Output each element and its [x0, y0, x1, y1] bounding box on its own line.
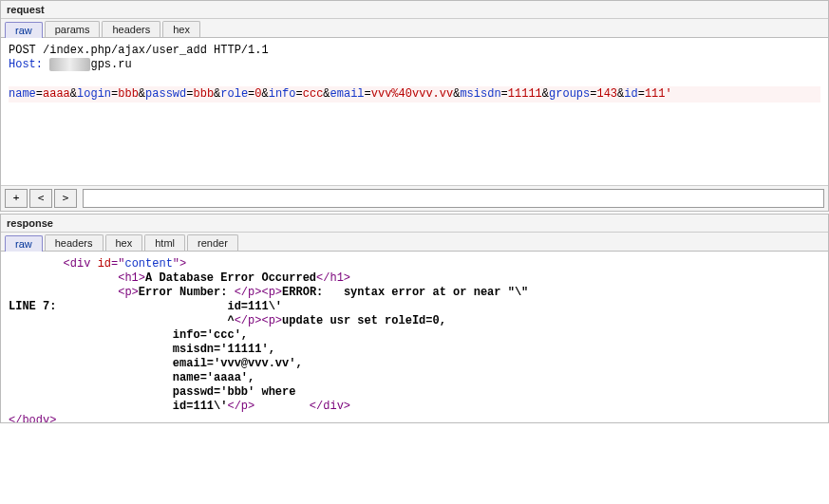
request-tabs: raw params headers hex — [1, 19, 828, 38]
request-title: request — [1, 1, 828, 19]
prev-match-button[interactable]: < — [29, 189, 52, 208]
param-name: passwd — [145, 87, 186, 101]
request-raw-content[interactable]: POST /index.php/ajax/user_add HTTP/1.1 H… — [1, 38, 828, 185]
param-val: bbb — [193, 87, 214, 101]
tag-p-open: <p> — [261, 286, 282, 299]
pad — [9, 328, 173, 342]
tag-div-open: <div — [64, 257, 98, 271]
tab-render[interactable]: render — [187, 234, 238, 251]
tag-eq: =" — [111, 257, 124, 271]
add-match-button[interactable]: + — [5, 189, 28, 208]
tag-div-close: </div> — [310, 400, 350, 413]
tab-hex[interactable]: hex — [105, 234, 143, 251]
param-val: aaaa — [43, 87, 70, 101]
request-panel: request raw params headers hex POST /ind… — [0, 0, 829, 212]
param-name: email — [330, 87, 365, 101]
param-val: 111' — [645, 87, 672, 101]
request-body: name=aaaa&login=bbb&passwd=bbb&role=0&in… — [9, 86, 820, 103]
sql-name: name='aaaa', — [173, 371, 254, 384]
tag-p-open: <p> — [261, 314, 282, 327]
line7-label: LINE 7: — [9, 300, 56, 313]
http-method: POST — [9, 44, 36, 57]
pad — [9, 357, 173, 370]
response-title: response — [1, 215, 828, 233]
search-input[interactable] — [83, 189, 824, 208]
response-raw-content[interactable]: <div id="content"> <h1>A Database Error … — [1, 252, 828, 422]
tab-raw[interactable]: raw — [5, 235, 43, 252]
http-path: /index.php/ajax/user_add — [43, 44, 207, 57]
param-name: groups — [549, 87, 590, 101]
pad — [9, 385, 173, 399]
next-match-button[interactable]: > — [54, 189, 77, 208]
caret: ^ — [227, 314, 234, 327]
param-name: id — [624, 87, 637, 101]
param-name: msisdn — [460, 87, 500, 101]
tag-p-close: </p> — [227, 400, 254, 413]
err-msg2: id=111\' — [227, 300, 282, 313]
sql-passwd: passwd='bbb' where — [173, 385, 296, 399]
tag-h1-open: <h1> — [118, 271, 145, 285]
attr-val: content — [124, 257, 172, 271]
sql-update: update usr set roleId=0, — [282, 314, 446, 327]
tag-body-close: </body> — [9, 414, 56, 422]
pad — [56, 300, 227, 313]
param-val: 11111 — [508, 87, 542, 101]
pad — [9, 286, 118, 299]
param-name: name — [9, 87, 36, 101]
tab-headers[interactable]: headers — [45, 234, 104, 251]
attr-id: id — [98, 257, 111, 271]
err-num-label: Error Number: — [139, 286, 235, 299]
param-val: ccc — [303, 87, 324, 101]
param-val: 0 — [254, 87, 261, 101]
param-val: vvv%40vvv.vv — [371, 87, 453, 101]
param-val: 143 — [596, 87, 617, 101]
tab-raw[interactable]: raw — [5, 22, 43, 38]
pad — [9, 271, 118, 285]
tag-p-open: <p> — [118, 286, 139, 299]
tag-close: "> — [173, 257, 186, 271]
tab-html[interactable]: html — [144, 234, 185, 251]
http-version: HTTP/1.1 — [214, 44, 269, 57]
sql-info: info='ccc', — [173, 328, 248, 342]
h1-text: A Database Error Occurred — [145, 271, 316, 285]
tab-hex[interactable]: hex — [162, 21, 200, 37]
sql-id: id=111\' — [173, 400, 228, 413]
sql-email: email='vvv@vvv.vv', — [173, 357, 303, 370]
header-host-label: Host: — [9, 58, 43, 71]
pad — [9, 400, 173, 413]
host-suffix: gps.ru — [90, 58, 131, 71]
pad — [9, 371, 173, 384]
param-name: login — [77, 87, 111, 101]
request-button-row: + < > — [1, 185, 828, 211]
pad — [9, 314, 220, 327]
err-msg1: ERROR: syntax error at or near "\" — [282, 286, 528, 299]
response-panel: response raw headers hex html render <di… — [0, 214, 829, 423]
response-tabs: raw headers hex html render — [1, 233, 828, 252]
tag-p-close: </p> — [235, 286, 262, 299]
param-name: info — [269, 87, 296, 101]
host-redacted: xxxxxx — [49, 58, 90, 71]
tab-params[interactable]: params — [45, 21, 101, 37]
tag-h1-close: </h1> — [316, 271, 350, 285]
tab-headers[interactable]: headers — [102, 21, 160, 37]
param-name: role — [220, 87, 248, 101]
pad — [9, 257, 64, 271]
sql-msisdn: msisdn='11111', — [173, 343, 275, 356]
pad — [9, 343, 173, 356]
param-val: bbb — [118, 87, 139, 101]
tag-p-close: </p> — [235, 314, 262, 327]
